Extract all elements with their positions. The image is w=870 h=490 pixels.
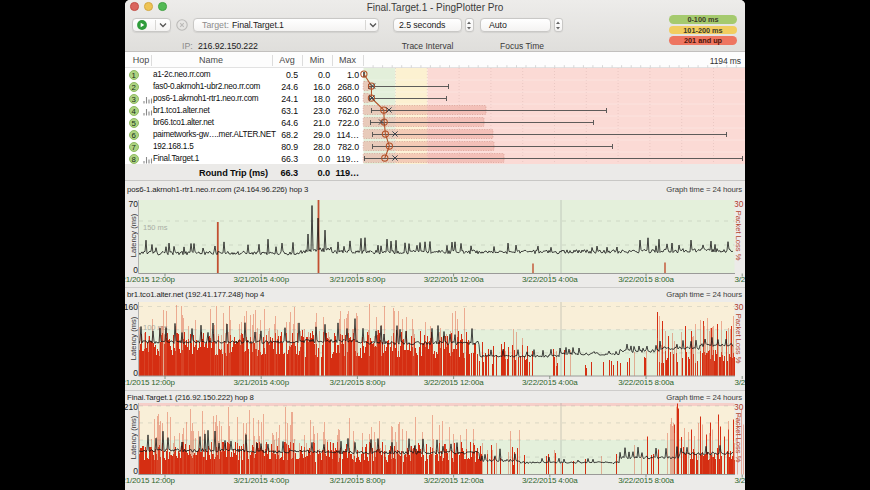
svg-text:100 ms: 100 ms xyxy=(143,323,168,332)
svg-text:150 ms: 150 ms xyxy=(143,222,168,231)
